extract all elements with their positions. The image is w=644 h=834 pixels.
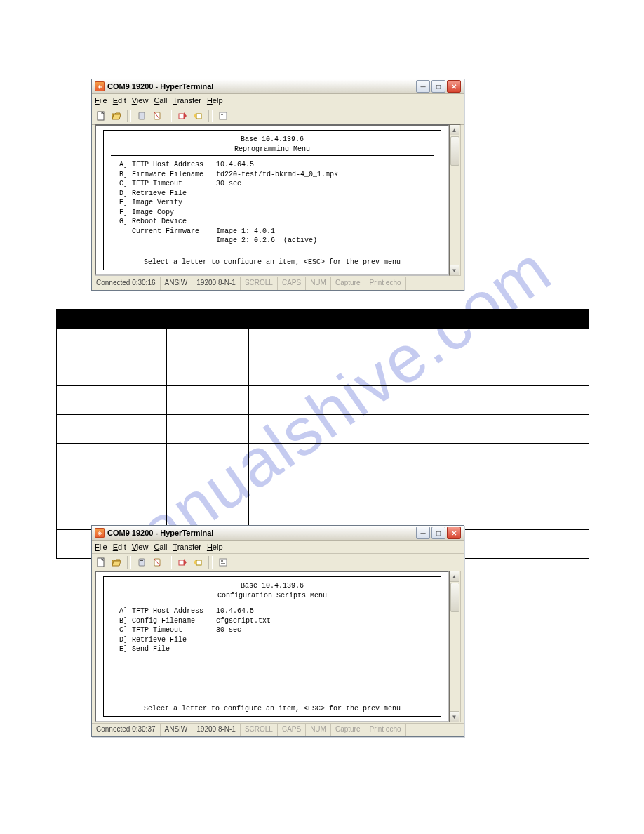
terminal-content: Base 10.4.139.6 Reprogramming Menu A] TF… (103, 130, 441, 270)
menu-header-ip: Base 10.4.139.6 (111, 581, 434, 591)
table-row (57, 472, 589, 501)
scrollbar[interactable]: ▲ ▼ (449, 124, 461, 276)
properties-icon[interactable] (217, 556, 229, 569)
terminal-area[interactable]: Base 10.4.139.6 Reprogramming Menu A] TF… (95, 124, 450, 276)
menu-item-a: A] TFTP Host Address 10.4.64.5 (111, 607, 434, 616)
menu-view[interactable]: View (132, 96, 149, 105)
table-header-default (167, 310, 249, 329)
new-icon[interactable] (95, 110, 107, 122)
receive-icon[interactable] (192, 110, 204, 122)
toolbar[interactable] (92, 107, 464, 125)
menu-file[interactable]: File (95, 543, 107, 551)
menu-help[interactable]: Help (207, 96, 223, 105)
status-num: NUM (306, 724, 331, 736)
close-button[interactable]: ✕ (447, 80, 461, 93)
connect-icon[interactable] (135, 110, 148, 122)
status-printecho: Print echo (365, 277, 406, 290)
table-row (57, 386, 589, 415)
table-row (57, 415, 589, 444)
maximize-button[interactable]: □ (431, 527, 445, 539)
status-connected: Connected 0:30:37 (92, 724, 161, 736)
menu-item-g: G] Reboot Device (111, 217, 434, 227)
app-icon: ◈ (95, 528, 105, 538)
table-row (57, 329, 589, 357)
menu-file[interactable]: File (95, 96, 107, 105)
terminal-content: Base 10.4.139.6 Configuration Scripts Me… (103, 576, 441, 717)
titlebar[interactable]: ◈ COM9 19200 - HyperTerminal ─ □ ✕ (92, 79, 464, 94)
maximize-button[interactable]: □ (431, 80, 445, 93)
status-emulation: ANSIW (161, 277, 193, 290)
close-button[interactable]: ✕ (447, 527, 461, 539)
open-icon[interactable] (110, 110, 123, 122)
svg-rect-17 (220, 559, 227, 566)
svg-rect-12 (140, 560, 143, 561)
menu-item-a: A] TFTP Host Address 10.4.64.5 (111, 160, 434, 170)
menu-item-b: B] Config Filename cfgscript.txt (111, 616, 434, 626)
status-scroll: SCROLL (241, 277, 278, 290)
table-header-desc (249, 310, 589, 329)
svg-rect-11 (139, 559, 145, 566)
current-fw-line1: Current Firmware Image 1: 4.0.1 (111, 227, 434, 237)
app-icon: ◈ (95, 81, 105, 91)
svg-rect-8 (221, 114, 223, 115)
menu-edit[interactable]: Edit (113, 96, 126, 105)
menu-header-title: Reprogramming Menu (111, 145, 434, 154)
titlebar[interactable]: ◈ COM9 19200 - HyperTerminal ─ □ ✕ (92, 526, 464, 541)
disconnect-icon[interactable] (151, 110, 163, 122)
svg-rect-1 (139, 112, 145, 119)
minimize-button[interactable]: ─ (416, 527, 430, 539)
menu-item-c: C] TFTP Timeout 30 sec (111, 179, 434, 189)
menu-header-title: Configuration Scripts Menu (111, 591, 434, 601)
window-reprogramming: ◈ COM9 19200 - HyperTerminal ─ □ ✕ File … (91, 79, 464, 291)
receive-icon[interactable] (192, 556, 204, 569)
new-icon[interactable] (95, 556, 107, 569)
scroll-down-icon[interactable]: ▼ (450, 265, 459, 275)
statusbar: Connected 0:30:37 ANSIW 19200 8-N-1 SCRO… (92, 723, 464, 736)
menubar[interactable]: File Edit View Call Transfer Help (92, 541, 464, 554)
window-title: COM9 19200 - HyperTerminal (107, 529, 413, 537)
parameter-table (56, 309, 589, 559)
svg-rect-15 (179, 560, 184, 565)
open-icon[interactable] (110, 556, 123, 569)
menu-item-d: D] Retrieve File (111, 189, 434, 199)
statusbar: Connected 0:30:16 ANSIW 19200 8-N-1 SCRO… (92, 277, 464, 290)
status-port: 19200 8-N-1 (192, 724, 241, 736)
menu-transfer[interactable]: Transfer (173, 543, 201, 551)
status-printecho: Print echo (365, 724, 406, 736)
menu-call[interactable]: Call (154, 543, 167, 551)
minimize-button[interactable]: ─ (416, 80, 430, 93)
menu-call[interactable]: Call (154, 96, 167, 105)
scroll-thumb[interactable] (450, 583, 459, 612)
disconnect-icon[interactable] (151, 556, 163, 569)
toolbar[interactable] (92, 554, 464, 571)
table-row (57, 357, 589, 386)
menu-header-ip: Base 10.4.139.6 (111, 135, 434, 145)
table-header-param (57, 310, 167, 329)
status-capture: Capture (331, 277, 365, 290)
status-port: 19200 8-N-1 (192, 277, 241, 290)
connect-icon[interactable] (135, 556, 148, 569)
terminal-area[interactable]: Base 10.4.139.6 Configuration Scripts Me… (95, 571, 450, 722)
menu-item-e: E] Image Verify (111, 198, 434, 208)
send-icon[interactable] (176, 110, 189, 122)
menu-help[interactable]: Help (207, 543, 223, 551)
svg-rect-9 (221, 117, 225, 117)
menu-transfer[interactable]: Transfer (173, 96, 201, 105)
send-icon[interactable] (176, 556, 189, 569)
svg-rect-6 (196, 114, 201, 119)
scroll-up-icon[interactable]: ▲ (450, 571, 459, 582)
scrollbar[interactable]: ▲ ▼ (449, 571, 461, 722)
status-caps: CAPS (278, 277, 306, 290)
menu-edit[interactable]: Edit (113, 543, 126, 551)
status-caps: CAPS (278, 724, 306, 736)
menu-view[interactable]: View (132, 543, 149, 551)
scroll-up-icon[interactable]: ▲ (450, 125, 459, 135)
status-scroll: SCROLL (241, 724, 278, 736)
properties-icon[interactable] (217, 110, 229, 122)
window-config-scripts: ◈ COM9 19200 - HyperTerminal ─ □ ✕ File … (91, 525, 464, 737)
current-fw-line2: Image 2: 0.2.6 (active) (111, 236, 434, 246)
svg-rect-7 (220, 112, 227, 119)
menubar[interactable]: File Edit View Call Transfer Help (92, 94, 464, 107)
scroll-down-icon[interactable]: ▼ (450, 711, 459, 722)
scroll-thumb[interactable] (450, 136, 459, 166)
